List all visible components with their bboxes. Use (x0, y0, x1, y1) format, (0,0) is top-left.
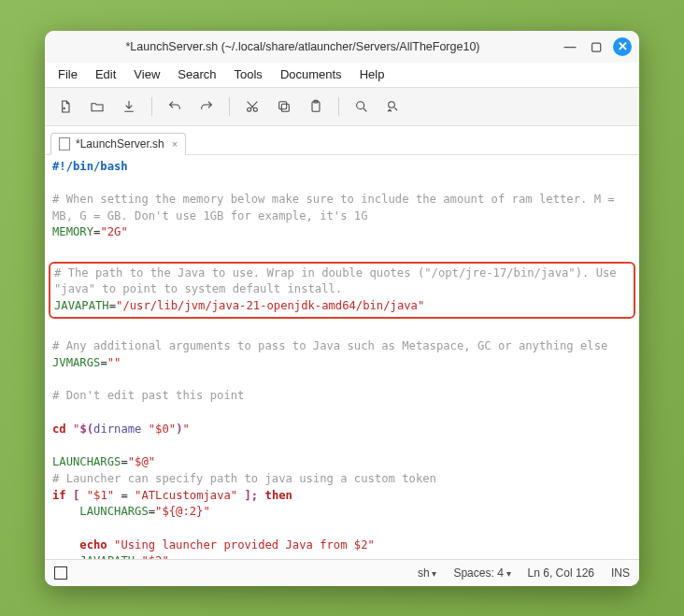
code-string: "/usr/lib/jvm/java-21-openjdk-amd64/bin/… (116, 299, 424, 312)
desktop-background: *LaunchServer.sh (~/.local/share/atlaunc… (0, 0, 684, 616)
status-language[interactable]: sh (418, 566, 436, 580)
menu-edit[interactable]: Edit (88, 65, 123, 83)
code-var: MEMORY (52, 225, 93, 238)
code-shebang: #!/bin/bash (52, 160, 128, 173)
code-comment: # The path to the Java to use. Wrap in d… (54, 266, 623, 296)
svg-point-0 (248, 107, 251, 111)
minimize-button[interactable]: — (561, 37, 579, 56)
code-var: JVMARGS (52, 356, 100, 369)
status-insert-mode[interactable]: INS (611, 566, 630, 580)
code-keyword: if (52, 489, 66, 502)
code-string: "2G" (100, 225, 127, 238)
code-keyword: cd (52, 423, 66, 436)
tab-bar: *LaunchServer.sh × (45, 126, 639, 155)
cut-icon[interactable] (239, 93, 265, 120)
titlebar: *LaunchServer.sh (~/.local/share/atlaunc… (45, 31, 639, 63)
highlighted-region: # The path to the Java to use. Wrap in d… (49, 262, 635, 319)
editor-area[interactable]: #!/bin/bash # When setting the memory be… (45, 155, 639, 559)
copy-icon[interactable] (271, 93, 297, 120)
code-var: LAUNCHARGS (52, 455, 121, 468)
code-comment: # When setting the memory below make sur… (52, 193, 621, 222)
code-comment: # Any additional arguments to pass to Ja… (52, 339, 607, 352)
menu-tools[interactable]: Tools (227, 65, 270, 83)
svg-rect-3 (279, 101, 287, 108)
tab-close-icon[interactable]: × (172, 138, 178, 150)
svg-rect-2 (281, 104, 289, 111)
search-icon[interactable] (349, 93, 375, 120)
close-button[interactable]: ✕ (613, 37, 632, 56)
statusbar: sh Spaces: 4 Ln 6, Col 126 INS (45, 559, 639, 586)
toolbar-separator (338, 97, 339, 116)
menu-search[interactable]: Search (170, 65, 223, 83)
code-comment: # Don't edit past this point (52, 389, 244, 402)
document-icon (59, 137, 70, 150)
menu-help[interactable]: Help (352, 65, 392, 83)
undo-icon[interactable] (162, 93, 188, 120)
svg-point-1 (253, 107, 257, 111)
find-replace-icon[interactable] (380, 93, 406, 120)
menu-documents[interactable]: Documents (273, 65, 349, 83)
redo-icon[interactable] (193, 93, 220, 120)
tab-label: *LaunchServer.sh (76, 137, 164, 150)
open-file-icon[interactable] (84, 93, 110, 120)
tab-active[interactable]: *LaunchServer.sh × (50, 133, 186, 155)
editor-window: *LaunchServer.sh (~/.local/share/atlaunc… (45, 31, 639, 586)
status-spaces[interactable]: Spaces: 4 (453, 566, 510, 580)
code-var: JAVAPATH (54, 299, 109, 312)
menu-view[interactable]: View (126, 65, 167, 83)
sidebar-toggle-icon[interactable] (54, 566, 67, 580)
toolbar (45, 87, 639, 126)
code-string: "$@" (128, 455, 155, 468)
save-icon[interactable] (116, 93, 142, 120)
toolbar-separator (229, 97, 230, 116)
new-file-icon[interactable] (52, 93, 78, 120)
toolbar-separator (151, 97, 152, 116)
paste-icon[interactable] (303, 93, 329, 120)
svg-point-7 (389, 101, 395, 107)
menubar: File Edit View Search Tools Documents He… (45, 63, 639, 87)
window-title: *LaunchServer.sh (~/.local/share/atlaunc… (52, 40, 553, 53)
code-string: "" (107, 356, 121, 369)
maximize-button[interactable]: ▢ (587, 37, 606, 56)
menu-file[interactable]: File (50, 65, 85, 83)
status-cursor-position[interactable]: Ln 6, Col 126 (528, 566, 594, 580)
code-comment: # Launcher can specify path to java usin… (52, 472, 436, 485)
svg-point-6 (357, 101, 364, 108)
